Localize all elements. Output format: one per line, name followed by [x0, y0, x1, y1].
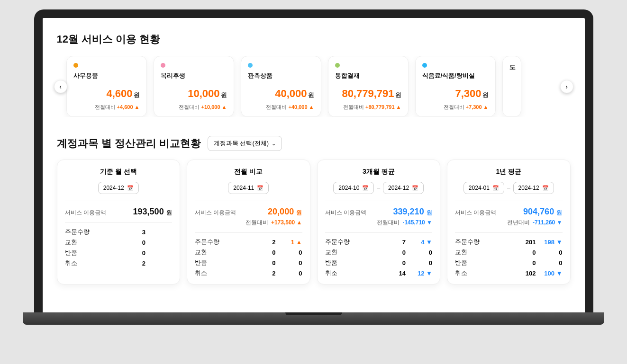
stat-label: 교환 — [195, 248, 254, 257]
calendar-icon: 📅 — [127, 185, 134, 191]
stat-row: 취소 14 12 ▼ — [325, 268, 433, 278]
stat-label: 교환 — [455, 248, 514, 257]
date-picker-start[interactable]: 2024-10 📅 — [333, 182, 374, 194]
stat-label: 반품 — [65, 249, 124, 257]
calendar-icon: 📅 — [362, 185, 369, 191]
date-picker-end[interactable]: 2024-12 📅 — [383, 182, 424, 194]
calendar-icon: 📅 — [412, 185, 418, 191]
stat-value: 0 — [384, 259, 406, 266]
stat-delta: 0 — [276, 249, 302, 256]
service-delta: 전월대비 +7,300 ▲ — [422, 104, 489, 111]
service-amount: 40,000원 — [248, 88, 314, 100]
stat-row: 주문수량 3 — [65, 227, 173, 237]
service-carousel: ‹ 사무용품 4,600원 전월대비 +4,600 ▲ 복리후생 10,000원… — [57, 56, 571, 117]
stat-value: 201 — [514, 239, 536, 246]
stat-row: 반품 0 0 — [325, 257, 433, 268]
stat-row: 반품 0 0 — [195, 257, 302, 268]
screen: 12월 서비스 이용 현황 ‹ 사무용품 4,600원 전월대비 +4,600 … — [34, 9, 593, 312]
stat-delta: 0 — [406, 259, 432, 266]
amount-label: 서비스 이용금액 — [195, 209, 236, 217]
category-dot-icon — [73, 63, 78, 68]
service-card[interactable]: 사무용품 4,600원 전월대비 +4,600 ▲ — [66, 56, 147, 117]
stat-value: 0 — [124, 239, 145, 246]
stat-label: 취소 — [325, 269, 384, 277]
service-card[interactable]: 식음료/식품/탕비실 7,300원 전월대비 +7,300 ▲ — [415, 56, 496, 117]
service-amount: 4,600원 — [73, 88, 140, 100]
comparison-card: 1년 평균 2024-01 📅 – 2024-12 📅 서비스 이용금액 904… — [447, 160, 571, 284]
stat-delta: 0 — [406, 249, 432, 256]
amount-label: 서비스 이용금액 — [325, 209, 366, 217]
amount-label: 서비스 이용금액 — [455, 209, 496, 217]
calendar-icon: 📅 — [257, 185, 264, 191]
carousel-prev-button[interactable]: ‹ — [54, 80, 67, 93]
stat-value: 0 — [384, 249, 406, 256]
stat-row: 교환 0 0 — [325, 247, 433, 257]
stat-value: 2 — [254, 239, 276, 246]
calendar-icon: 📅 — [542, 185, 549, 191]
stat-row: 반품 0 — [65, 248, 173, 258]
service-name: 도 — [509, 63, 521, 71]
stat-value: 102 — [514, 270, 536, 277]
divider — [195, 232, 302, 233]
carousel-next-button[interactable]: › — [560, 80, 573, 93]
stat-delta: 4 ▼ — [406, 239, 432, 246]
service-delta: 전월대비 +4,600 ▲ — [73, 104, 140, 111]
comparison-title: 기준 월 선택 — [65, 168, 173, 176]
stat-label: 주문수량 — [325, 238, 384, 246]
date-range-separator: – — [507, 185, 510, 191]
stat-value: 2 — [254, 270, 276, 277]
stat-delta: 0 — [536, 249, 563, 256]
date-picker-start[interactable]: 2024-01 📅 — [463, 182, 504, 194]
service-card-peek[interactable]: 도 — [502, 56, 521, 117]
stat-row: 교환 0 0 — [195, 247, 302, 257]
laptop-frame: 12월 서비스 이용 현황 ‹ 사무용품 4,600원 전월대비 +4,600 … — [34, 9, 593, 325]
stat-value: 7 — [384, 239, 406, 246]
category-dot-icon — [161, 63, 165, 68]
divider — [325, 232, 433, 233]
stat-value: 0 — [514, 249, 536, 256]
comparison-title: 1년 평균 — [455, 168, 563, 176]
stat-delta: 100 ▼ — [536, 270, 563, 277]
select-label: 계정과목 선택(전체) — [214, 139, 269, 148]
stat-value: 0 — [254, 259, 276, 266]
stat-row: 교환 0 — [65, 237, 173, 248]
service-name: 판촉상품 — [248, 71, 314, 80]
date-picker[interactable]: 2024-12 📅 — [98, 182, 139, 194]
stat-label: 주문수량 — [195, 238, 254, 246]
comparison-card: 3개월 평균 2024-10 📅 – 2024-12 📅 서비스 이용금액 33… — [317, 160, 441, 284]
stat-row: 주문수량 2 1 ▲ — [195, 237, 302, 247]
service-delta: 전월대비 +80,779,791 ▲ — [335, 104, 401, 111]
stat-row: 취소 2 0 — [195, 268, 302, 278]
chevron-down-icon: ⌄ — [272, 141, 276, 147]
category-dot-icon — [422, 63, 427, 68]
stat-delta: 198 ▼ — [536, 239, 563, 246]
amount-value: 904,760 원 — [523, 207, 562, 217]
category-dot-icon — [335, 63, 340, 68]
stat-delta: 1 ▲ — [276, 239, 302, 246]
amount-delta: 전월대비 -145,710 ▼ — [325, 219, 433, 227]
stat-row: 취소 102 100 ▼ — [455, 268, 563, 278]
amount-delta: 전월대비 +173,500 ▲ — [195, 219, 302, 227]
amount-label: 서비스 이용금액 — [65, 209, 106, 217]
stat-delta: 0 — [276, 259, 302, 266]
section2-title: 계정과목 별 정산관리 비교현황 — [57, 136, 201, 151]
service-card[interactable]: 통합결재 80,779,791원 전월대비 +80,779,791 ▲ — [328, 56, 409, 117]
stat-label: 주문수량 — [455, 238, 514, 246]
laptop-keyboard — [23, 312, 604, 325]
stat-label: 반품 — [325, 258, 384, 267]
service-card[interactable]: 복리후생 10,000원 전월대비 +10,000 ▲ — [154, 56, 234, 117]
stat-value: 0 — [124, 249, 145, 257]
stat-label: 취소 — [195, 269, 254, 277]
calendar-icon: 📅 — [492, 185, 499, 191]
service-amount: 80,779,791원 — [335, 88, 401, 100]
date-range-separator: – — [377, 185, 380, 191]
date-picker-end[interactable]: 2024-12 📅 — [513, 182, 554, 194]
stat-value: 3 — [124, 229, 145, 236]
amount-value: 339,210 원 — [393, 207, 432, 217]
service-amount: 10,000원 — [161, 88, 227, 100]
stat-label: 교환 — [325, 248, 384, 257]
date-picker[interactable]: 2024-11 📅 — [228, 182, 269, 194]
account-category-select[interactable]: 계정과목 선택(전체) ⌄ — [208, 136, 282, 151]
amount-value: 20,000 원 — [268, 207, 302, 217]
service-card[interactable]: 판촉상품 40,000원 전월대비 +40,000 ▲ — [241, 56, 321, 117]
